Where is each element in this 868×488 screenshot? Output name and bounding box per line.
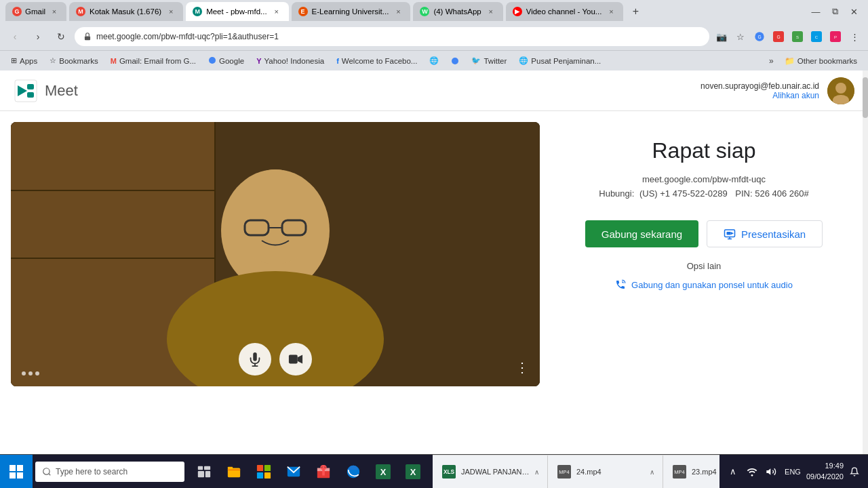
edge-button[interactable]	[339, 455, 368, 489]
excel-button[interactable]: X	[369, 455, 397, 489]
tab-close-whatsapp[interactable]: ×	[486, 6, 496, 17]
download-item-1[interactable]: MP4 24.mp4 ∧	[548, 455, 663, 488]
meeting-url: meet.google.com/pbw-mfdt-uqc	[642, 174, 766, 184]
bookmark-yahoo[interactable]: Y Yahoo! Indonesia	[251, 55, 330, 67]
language-indicator[interactable]: ENG	[782, 468, 804, 476]
tab-close-youtube[interactable]: ×	[606, 6, 616, 17]
show-hidden-icons[interactable]: ∧	[725, 464, 741, 480]
svg-rect-33	[289, 355, 298, 364]
switch-account-link[interactable]: Alihkan akun	[701, 91, 819, 100]
back-button[interactable]: ‹	[5, 27, 24, 46]
bookmark-web1[interactable]: 🌐	[424, 54, 444, 67]
video-more-options[interactable]: ⋮	[515, 359, 529, 375]
svg-rect-50	[228, 468, 240, 477]
network-icon[interactable]	[744, 464, 760, 480]
phone-audio-option[interactable]: Gabung dan gunakan ponsel untuk audio	[615, 279, 793, 290]
new-tab-button[interactable]: +	[626, 2, 645, 21]
other-bookmarks[interactable]: 📁 Other bookmarks	[779, 54, 863, 68]
close-window-button[interactable]: ✕	[845, 3, 863, 20]
bookmark-google2[interactable]	[446, 55, 465, 67]
download-chevron-0[interactable]: ∧	[534, 468, 539, 476]
download-item-0[interactable]: XLS JADWAL PANJANG....xls ∧	[433, 455, 548, 488]
task-view-button[interactable]	[190, 455, 218, 489]
gift-button[interactable]	[309, 455, 338, 489]
svg-point-11	[209, 57, 216, 64]
phone-option-icon	[615, 279, 626, 290]
forward-button[interactable]: ›	[28, 27, 47, 46]
tab-close-kotak[interactable]: ×	[165, 6, 176, 17]
camera-icon[interactable]: 📷	[713, 28, 730, 45]
present-button[interactable]: Presentasikan	[707, 220, 823, 247]
svg-text:G: G	[776, 35, 780, 39]
taskbar-search[interactable]: Type here to search	[35, 462, 184, 482]
svg-rect-53	[264, 464, 271, 470]
tab-meet[interactable]: M Meet - pbw-mfd... ×	[186, 2, 288, 21]
svg-text:G: G	[757, 35, 761, 39]
svg-rect-40	[9, 465, 16, 471]
bookmark-star-icon[interactable]: ☆	[732, 28, 749, 45]
bookmark-pusat[interactable]: 🌐 Pusat Penjaminan...	[513, 54, 606, 67]
extension-1-icon[interactable]: G	[751, 28, 768, 45]
extension-2-icon[interactable]: G	[770, 28, 787, 45]
address-input[interactable]: meet.google.com/pbw-mfdt-uqc?pli=1&authu…	[75, 27, 709, 46]
file-explorer-button[interactable]	[220, 455, 248, 489]
tab-close-meet[interactable]: ×	[271, 6, 282, 17]
download-item-2[interactable]: MP4 23.mp4 ∧	[663, 455, 719, 488]
bookmark-gmail[interactable]: M Gmail: Email from G...	[105, 55, 201, 67]
meet-header: Meet noven.suprayogi@feb.unair.ac.id Ali…	[0, 70, 868, 111]
svg-point-44	[43, 468, 50, 474]
search-icon	[42, 467, 52, 476]
present-icon	[724, 228, 736, 240]
mp4-icon-1: MP4	[556, 464, 572, 480]
restore-button[interactable]: ⧉	[826, 3, 844, 20]
bookmark-bookmarks[interactable]: ☆ Bookmarks	[44, 54, 104, 67]
tab-gmail[interactable]: G Gmail ×	[5, 2, 66, 21]
svg-text:X: X	[380, 466, 387, 476]
bookmarks-bar: ⊞ Apps ☆ Bookmarks M Gmail: Email from G…	[0, 50, 868, 70]
xlsx-icon-0: XLS	[441, 464, 457, 480]
download-chevron-1[interactable]: ∧	[650, 468, 654, 476]
tab-kotak[interactable]: M Kotak Masuk (1.676) ×	[69, 2, 183, 21]
tab-close-gmail[interactable]: ×	[49, 6, 60, 17]
excel2-button[interactable]: X	[399, 455, 427, 489]
bookmarks-more-button[interactable]: »	[765, 54, 778, 68]
bookmark-google[interactable]: Google	[203, 54, 250, 68]
minimize-button[interactable]: —	[807, 3, 825, 20]
extension-3-icon[interactable]: S	[789, 28, 806, 45]
main-area: ⋮ Rapat siap meet.google.com/pbw-mfdt-uq…	[0, 111, 868, 454]
bookmark-twitter[interactable]: 🐦 Twitter Twitter	[466, 54, 512, 67]
svg-rect-41	[17, 465, 23, 471]
video-status-dots	[22, 371, 39, 375]
tab-whatsapp[interactable]: W (4) WhatsApp ×	[413, 2, 502, 21]
extension-5-icon[interactable]: P	[827, 28, 844, 45]
refresh-button[interactable]: ↻	[52, 27, 71, 46]
tab-elearning[interactable]: E E-Learning Universit... ×	[292, 2, 411, 21]
bookmark-facebook[interactable]: f Welcome to Facebo...	[331, 55, 422, 67]
mic-toggle-button[interactable]	[239, 343, 271, 375]
join-now-button[interactable]: Gabung sekarang	[585, 220, 698, 247]
svg-rect-24	[11, 258, 214, 259]
camera-toggle-button[interactable]	[279, 343, 312, 375]
svg-marker-39	[731, 232, 734, 235]
scrollbar-track[interactable]	[863, 70, 868, 454]
scrollbar-thumb[interactable]	[863, 77, 868, 118]
notification-icon[interactable]	[846, 464, 863, 480]
store-button[interactable]	[250, 455, 278, 489]
volume-icon[interactable]	[763, 464, 779, 480]
tab-youtube[interactable]: ▶ Video channel - You... ×	[506, 2, 624, 21]
tab-close-elearning[interactable]: ×	[393, 6, 403, 17]
settings-more-icon[interactable]: ⋮	[846, 28, 863, 45]
user-avatar[interactable]	[827, 77, 854, 104]
svg-rect-47	[204, 466, 210, 470]
svg-rect-16	[27, 92, 34, 98]
start-button[interactable]	[0, 455, 33, 489]
svg-text:S: S	[796, 35, 799, 39]
extension-4-icon[interactable]: C	[808, 28, 825, 45]
svg-rect-23	[11, 190, 214, 191]
mail-button[interactable]	[279, 455, 308, 489]
svg-point-72	[751, 474, 753, 476]
svg-marker-73	[766, 468, 770, 474]
bookmark-apps[interactable]: ⊞ Apps	[5, 54, 43, 67]
clock[interactable]: 19:49 09/04/2020	[806, 461, 844, 482]
taskbar: Type here to search	[0, 454, 868, 488]
